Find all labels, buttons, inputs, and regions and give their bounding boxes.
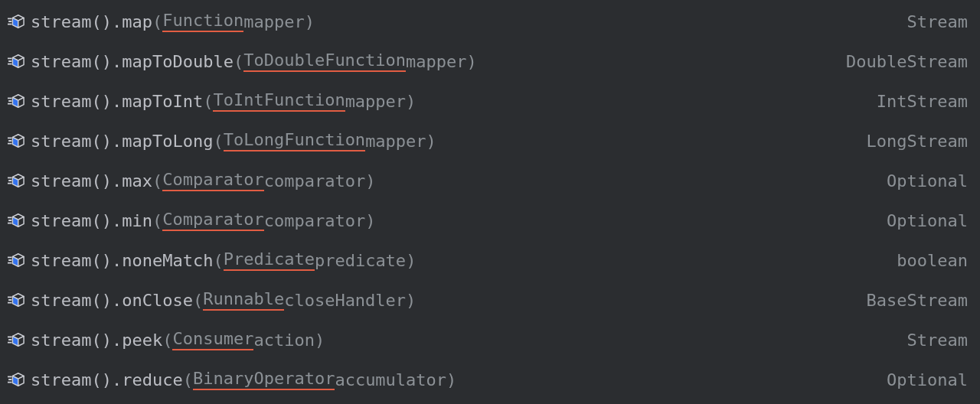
- paren-open: (: [203, 92, 213, 111]
- completion-prefix: stream(): [31, 92, 112, 111]
- method-name: max: [122, 171, 152, 191]
- param-type: ToIntFunction: [213, 90, 345, 112]
- dot: .: [112, 171, 122, 191]
- completion-signature: stream().min(Comparator comparator): [31, 210, 874, 231]
- param-name: comparator: [264, 211, 365, 230]
- param-name: accumulator: [335, 370, 446, 389]
- param-name: comparator: [264, 171, 365, 191]
- completion-item[interactable]: stream().mapToInt(ToIntFunction mapper)I…: [0, 81, 980, 121]
- completion-prefix: stream(): [31, 52, 112, 71]
- return-type: BaseStream: [867, 291, 968, 310]
- completion-signature: stream().reduce(BinaryOperator accumulat…: [31, 369, 874, 390]
- paren-close: ): [406, 291, 416, 310]
- param-type: Runnable: [203, 289, 284, 311]
- param-type: Predicate: [224, 249, 315, 271]
- completion-signature: stream().map(Function mapper): [31, 11, 895, 32]
- completion-item[interactable]: stream().peek(Consumer action)Stream: [0, 320, 980, 360]
- method-name: mapToInt: [122, 92, 203, 111]
- method-name: mapToDouble: [122, 52, 234, 71]
- dot: .: [112, 12, 122, 31]
- completion-signature: stream().max(Comparator comparator): [31, 170, 874, 191]
- return-type: DoubleStream: [846, 52, 968, 71]
- completion-signature: stream().peek(Consumer action): [31, 329, 895, 350]
- paren-close: ): [406, 251, 416, 270]
- completion-prefix: stream(): [31, 211, 112, 230]
- completion-prefix: stream(): [31, 12, 112, 31]
- method-name: peek: [122, 331, 162, 350]
- return-type: Optional: [887, 171, 968, 191]
- return-type: LongStream: [867, 132, 968, 151]
- completion-item[interactable]: stream().reduce(BinaryOperator accumulat…: [0, 360, 980, 399]
- param-type: Function: [162, 11, 243, 32]
- paren-close: ): [315, 331, 325, 350]
- param-type: Consumer: [172, 329, 253, 350]
- method-icon: [8, 212, 29, 229]
- completion-item[interactable]: stream().min(Comparator comparator)Optio…: [0, 200, 980, 240]
- method-icon: [8, 331, 29, 348]
- paren-close: ): [365, 211, 375, 230]
- dot: .: [112, 132, 122, 151]
- dot: .: [112, 291, 122, 310]
- completion-item[interactable]: stream().map(Function mapper)Stream: [0, 2, 980, 41]
- completion-prefix: stream(): [31, 171, 112, 191]
- return-type: Optional: [887, 370, 968, 389]
- completion-prefix: stream(): [31, 370, 112, 389]
- paren-open: (: [152, 171, 162, 191]
- completion-list: stream().map(Function mapper)Stream stre…: [0, 0, 980, 401]
- method-icon: [8, 132, 29, 149]
- completion-prefix: stream(): [31, 132, 112, 151]
- completion-signature: stream().mapToLong(ToLongFunction mapper…: [31, 130, 854, 152]
- param-type: ToLongFunction: [224, 130, 365, 152]
- completion-signature: stream().mapToDouble(ToDoubleFunction ma…: [31, 50, 834, 72]
- completion-item[interactable]: stream().max(Comparator comparator)Optio…: [0, 161, 980, 200]
- param-type: Comparator: [162, 170, 263, 191]
- completion-item[interactable]: stream().noneMatch(Predicate predicate)b…: [0, 240, 980, 280]
- dot: .: [112, 331, 122, 350]
- paren-close: ): [305, 12, 315, 31]
- return-type: boolean: [897, 251, 968, 270]
- return-type: Stream: [907, 12, 968, 31]
- method-icon: [8, 292, 29, 308]
- method-icon: [8, 252, 29, 269]
- param-type: ToDoubleFunction: [243, 50, 406, 72]
- paren-open: (: [162, 331, 172, 350]
- completion-prefix: stream(): [31, 251, 112, 270]
- paren-open: (: [193, 291, 203, 310]
- completion-item[interactable]: stream().mapToDouble(ToDoubleFunction ma…: [0, 41, 980, 81]
- paren-open: (: [213, 251, 223, 270]
- completion-prefix: stream(): [31, 331, 112, 350]
- paren-open: (: [234, 52, 243, 71]
- param-type: Comparator: [162, 210, 263, 231]
- param-name: mapper: [406, 52, 466, 71]
- method-name: mapToLong: [122, 132, 213, 151]
- completion-prefix: stream(): [31, 291, 112, 310]
- dot: .: [112, 370, 122, 389]
- param-name: predicate: [315, 251, 406, 270]
- return-type: Stream: [907, 331, 968, 350]
- paren-close: ): [365, 171, 375, 191]
- method-icon: [8, 13, 29, 30]
- method-icon: [8, 371, 29, 388]
- method-icon: [8, 172, 29, 189]
- method-name: map: [122, 12, 152, 31]
- completion-item[interactable]: stream().onClose(Runnable closeHandler)B…: [0, 280, 980, 320]
- completion-signature: stream().onClose(Runnable closeHandler): [31, 289, 854, 311]
- param-type: BinaryOperator: [193, 369, 335, 390]
- dot: .: [112, 211, 122, 230]
- param-name: mapper: [345, 92, 406, 111]
- param-name: mapper: [365, 132, 426, 151]
- paren-open: (: [183, 370, 193, 389]
- method-name: reduce: [122, 370, 182, 389]
- dot: .: [112, 251, 122, 270]
- paren-close: ): [426, 132, 436, 151]
- param-name: closeHandler: [284, 291, 406, 310]
- method-icon: [8, 53, 29, 70]
- paren-open: (: [213, 132, 223, 151]
- method-name: onClose: [122, 291, 193, 310]
- paren-close: ): [467, 52, 477, 71]
- completion-item[interactable]: stream().mapToLong(ToLongFunction mapper…: [0, 121, 980, 161]
- method-icon: [8, 93, 29, 109]
- paren-close: ): [406, 92, 416, 111]
- return-type: IntStream: [877, 92, 968, 111]
- dot: .: [112, 92, 122, 111]
